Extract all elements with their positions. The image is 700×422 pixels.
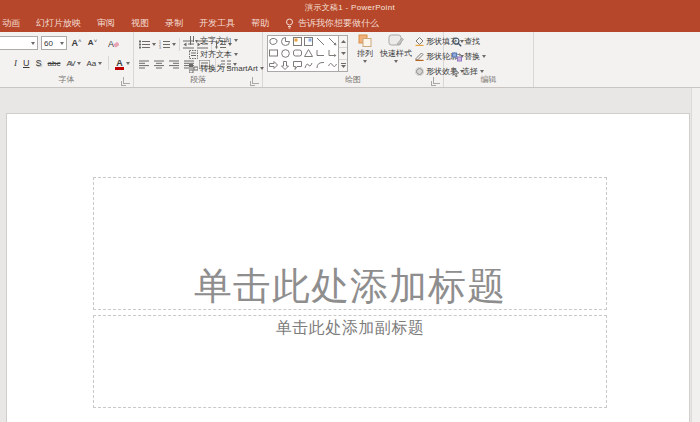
tell-me-label: 告诉我你想要做什么 xyxy=(298,17,379,30)
shapes-gallery-scrollbar[interactable] xyxy=(339,35,348,72)
gallery-scroll-down-icon[interactable] xyxy=(339,48,347,60)
editing-group-label: 编辑 xyxy=(444,74,533,85)
textbox-shape-icon[interactable] xyxy=(291,36,303,48)
lightbulb-icon xyxy=(285,18,294,29)
vertical-textbox-shape-icon[interactable] xyxy=(303,36,315,48)
document-title: 演示文稿1 - PowerPoint xyxy=(305,2,395,13)
font-group: 60 A˄ A˅ A I U S abc AV xyxy=(0,32,134,87)
shapes-gallery[interactable] xyxy=(267,35,339,72)
block-arrow-right-shape-icon[interactable] xyxy=(268,59,280,71)
font-size-combo[interactable]: 60 xyxy=(41,36,67,50)
numbering-button[interactable]: 123 xyxy=(159,40,176,49)
arrow-line-shape-icon[interactable] xyxy=(326,36,338,48)
grow-font-button[interactable]: A˄ xyxy=(70,39,83,47)
triangle-shape-icon[interactable] xyxy=(303,48,315,60)
chevron-down-icon xyxy=(31,42,35,45)
character-spacing-button[interactable]: AV xyxy=(66,59,80,68)
replace-button[interactable]: 替换 xyxy=(452,51,486,62)
vertical-scrollbar[interactable] xyxy=(691,88,700,422)
rectangle-shape-icon[interactable] xyxy=(268,48,280,60)
block-arrow-down-shape-icon[interactable] xyxy=(280,59,292,71)
tab-view[interactable]: 视图 xyxy=(123,14,157,32)
arc-shape-icon[interactable] xyxy=(315,59,327,71)
convert-to-smartart-button[interactable]: 转换为 SmartArt xyxy=(189,63,264,74)
gallery-scroll-up-icon[interactable] xyxy=(339,36,347,48)
drawing-group-label: 绘图 xyxy=(263,74,443,85)
drawing-dialog-launcher-icon[interactable] xyxy=(433,77,440,84)
ribbon: 60 A˄ A˅ A I U S abc AV xyxy=(0,32,700,88)
align-text-button[interactable]: 对齐文本 xyxy=(189,49,264,60)
drawing-group: 排列 快速样式 形状填充 形状轮廓 形状效果 绘图 xyxy=(263,32,444,87)
line-shape-icon[interactable] xyxy=(315,36,327,48)
bullets-button[interactable] xyxy=(139,40,156,49)
curve-shape-icon[interactable] xyxy=(326,59,338,71)
svg-text:A: A xyxy=(108,39,114,49)
subtitle-placeholder-text: 单击此处添加副标题 xyxy=(276,318,425,339)
title-placeholder[interactable]: 单击此处添加标题 xyxy=(93,177,607,310)
quick-styles-button[interactable]: 快速样式 xyxy=(379,34,413,63)
align-center-button[interactable] xyxy=(154,60,164,69)
font-group-label: 字体 xyxy=(0,74,133,85)
font-name-combo[interactable] xyxy=(0,36,38,50)
ribbon-tab-row: 动画 幻灯片放映 审阅 视图 录制 开发工具 帮助 告诉我你想要做什么 xyxy=(0,14,700,32)
elbow-arrow-connector-shape-icon[interactable] xyxy=(326,48,338,60)
paragraph-group-label: 段落 xyxy=(134,74,262,85)
font-color-button[interactable]: A xyxy=(115,58,130,68)
slide-canvas[interactable]: 单击此处添加标题 单击此处添加副标题 xyxy=(6,113,690,422)
tab-developer[interactable]: 开发工具 xyxy=(191,14,243,32)
tab-slideshow[interactable]: 幻灯片放映 xyxy=(28,14,89,32)
text-shadow-button[interactable]: S xyxy=(36,58,42,68)
title-placeholder-text: 单击此处添加标题 xyxy=(194,263,506,309)
gallery-more-icon[interactable] xyxy=(339,60,347,71)
tab-review[interactable]: 审阅 xyxy=(89,14,123,32)
shrink-font-button[interactable]: A˅ xyxy=(86,39,99,47)
pie-shape-icon[interactable] xyxy=(280,36,292,48)
paragraph-dialog-launcher-icon[interactable] xyxy=(252,77,259,84)
editing-group: 查找 替换 选择 编辑 xyxy=(444,32,534,87)
align-left-button[interactable] xyxy=(139,60,149,69)
italic-button[interactable]: I xyxy=(14,58,17,68)
clear-formatting-icon[interactable]: A xyxy=(106,38,120,49)
subtitle-placeholder[interactable]: 单击此处添加副标题 xyxy=(93,315,607,408)
tab-animations[interactable]: 动画 xyxy=(0,14,28,32)
find-button[interactable]: 查找 xyxy=(452,36,486,47)
ellipse-shape-icon[interactable] xyxy=(280,48,292,60)
arrange-button[interactable]: 排列 xyxy=(353,34,377,63)
font-dialog-launcher-icon[interactable] xyxy=(123,77,130,84)
scribble-shape-icon[interactable] xyxy=(303,59,315,71)
workspace: 单击此处添加标题 单击此处添加副标题 xyxy=(0,88,700,422)
font-size-value: 60 xyxy=(44,39,53,48)
align-right-button[interactable] xyxy=(169,60,179,69)
title-bar: 演示文稿1 - PowerPoint xyxy=(0,0,700,14)
callout-shape-icon[interactable] xyxy=(291,59,303,71)
freeform-shape-icon[interactable] xyxy=(268,36,280,48)
strikethrough-button[interactable]: abc xyxy=(48,59,61,68)
tab-help[interactable]: 帮助 xyxy=(243,14,277,32)
change-case-button[interactable]: Aa xyxy=(87,59,103,68)
tab-record[interactable]: 录制 xyxy=(157,14,191,32)
rounded-rectangle-shape-icon[interactable] xyxy=(291,48,303,60)
svg-text:3: 3 xyxy=(159,46,161,49)
tell-me-box[interactable]: 告诉我你想要做什么 xyxy=(285,17,379,30)
chevron-down-icon xyxy=(60,42,64,45)
text-direction-button[interactable]: 文字方向 xyxy=(189,35,264,46)
elbow-connector-shape-icon[interactable] xyxy=(315,48,327,60)
underline-button[interactable]: U xyxy=(23,58,30,68)
